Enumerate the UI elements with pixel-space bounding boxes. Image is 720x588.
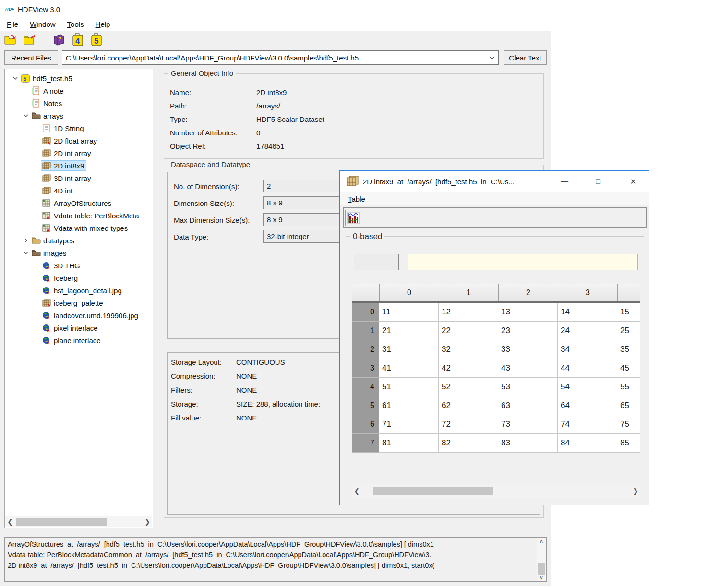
table-cell[interactable]: 51 [379, 378, 439, 396]
table-maximize-button[interactable]: □ [586, 171, 610, 192]
tree-item-11[interactable]: AVdata table: PerBlockMeta [5, 209, 153, 222]
table-cell[interactable]: 34 [558, 340, 617, 359]
table-cell[interactable]: 65 [617, 396, 640, 415]
tree-item-12[interactable]: AVdata with mixed types [5, 222, 153, 234]
tree-item-5[interactable]: A2D float array [5, 134, 153, 147]
tree-item-3[interactable]: arrays [5, 109, 153, 122]
table-cell[interactable]: 43 [498, 359, 558, 378]
scroll-down-icon[interactable]: ∨ [537, 575, 546, 581]
table-cell[interactable]: 74 [558, 415, 617, 434]
tree-item-0[interactable]: 5hdf5_test.h5 [5, 72, 153, 84]
table-cell[interactable]: 54 [558, 378, 617, 396]
tree-item-20[interactable]: Apixel interlace [5, 322, 153, 334]
table-cell[interactable]: 31 [379, 340, 439, 359]
table-cell[interactable]: 64 [558, 396, 617, 415]
scroll-right-icon[interactable]: ❯ [143, 518, 152, 526]
table-hscroll-thumb[interactable] [373, 487, 493, 495]
clear-text-button[interactable]: Clear Text [504, 50, 547, 65]
row-header[interactable]: 6 [352, 415, 379, 434]
tree-item-9[interactable]: 4D int [5, 184, 153, 197]
column-header[interactable] [617, 284, 640, 301]
menu-tools[interactable]: Tools [65, 20, 86, 28]
tree-item-4[interactable]: 1D String [5, 122, 153, 134]
tree-item-10[interactable]: ArrayOfStructures [5, 197, 153, 209]
tree-item-16[interactable]: AIceberg [5, 272, 153, 284]
scroll-left-icon[interactable]: ❮ [5, 518, 15, 526]
close-file-button[interactable] [22, 32, 37, 48]
table-cell[interactable]: 73 [498, 415, 558, 434]
table-cell[interactable]: 42 [439, 359, 498, 378]
row-header[interactable]: 0 [352, 303, 379, 322]
menu-help[interactable]: Help [93, 20, 113, 28]
main-titlebar[interactable]: HDF HDFView 3.0 [0, 0, 551, 18]
table-cell[interactable]: 71 [379, 415, 439, 434]
table-cell[interactable]: 55 [617, 378, 640, 396]
table-cell[interactable]: 84 [558, 434, 617, 453]
status-log[interactable]: ArrayOfStructures at /arrays/ [hdf5_test… [4, 537, 547, 582]
table-cell[interactable]: 41 [379, 359, 439, 378]
table-cell[interactable]: 15 [617, 303, 640, 322]
column-header[interactable]: 2 [498, 284, 558, 301]
row-header[interactable]: 1 [352, 322, 379, 340]
table-cell[interactable]: 25 [617, 322, 640, 340]
tree-item-14[interactable]: images [5, 247, 153, 259]
tree-hscroll-thumb[interactable] [16, 518, 107, 526]
row-header[interactable]: 4 [352, 378, 379, 396]
table-cell[interactable]: 75 [617, 415, 640, 434]
chevron-right-icon[interactable] [21, 236, 31, 245]
table-cell[interactable]: 33 [498, 340, 558, 359]
cell-reference-field[interactable] [354, 254, 399, 270]
row-header[interactable]: 2 [352, 340, 379, 359]
menu-file[interactable]: File [4, 20, 21, 28]
table-cell[interactable]: 85 [617, 434, 640, 453]
tree-item-13[interactable]: datatypes [5, 234, 153, 247]
tree-item-8[interactable]: 3D int array [5, 172, 153, 184]
help-book-button[interactable]: ? [51, 32, 67, 48]
table-cell[interactable]: 13 [498, 303, 558, 322]
table-close-button[interactable]: ✕ [621, 171, 645, 192]
table-hscrollbar[interactable]: ❮ ❯ [352, 484, 640, 498]
table-cell[interactable]: 11 [379, 303, 439, 322]
hdf4-button[interactable]: 4 [70, 32, 85, 48]
table-cell[interactable]: 83 [498, 434, 558, 453]
row-header[interactable]: 3 [352, 359, 379, 378]
column-header[interactable]: 0 [379, 284, 439, 301]
hdf5-button[interactable]: 5 [89, 32, 104, 48]
file-path-combobox[interactable]: C:\Users\lori.cooper\AppData\Local\Apps\… [62, 50, 499, 65]
tree-item-19[interactable]: Alandcover.umd.199906.jpg [5, 309, 153, 322]
table-cell[interactable]: 23 [498, 322, 558, 340]
row-header[interactable]: 5 [352, 396, 379, 415]
table-cell[interactable]: 52 [439, 378, 498, 396]
log-vscroll-thumb[interactable] [538, 563, 545, 575]
tree-item-17[interactable]: Ahst_lagoon_detail.jpg [5, 284, 153, 297]
open-file-button[interactable] [3, 32, 19, 48]
table-cell[interactable]: 62 [439, 396, 498, 415]
log-vscrollbar[interactable]: ∧ ∨ [537, 538, 546, 581]
table-cell[interactable]: 14 [558, 303, 617, 322]
chevron-down-icon[interactable] [489, 55, 495, 61]
tree-item-7[interactable]: 2D int8x9 [5, 159, 153, 172]
table-minimize-button[interactable]: — [552, 171, 576, 192]
table-cell[interactable]: 12 [439, 303, 498, 322]
tree-item-2[interactable]: Notes [5, 97, 153, 109]
table-cell[interactable]: 35 [617, 340, 640, 359]
table-cell[interactable]: 24 [558, 322, 617, 340]
menu-window[interactable]: Window [27, 20, 58, 28]
chevron-down-icon[interactable] [21, 111, 31, 120]
table-cell[interactable]: 32 [439, 340, 498, 359]
table-cell[interactable]: 61 [379, 396, 439, 415]
open-chart-button[interactable] [345, 210, 361, 226]
chevron-down-icon[interactable] [21, 249, 31, 257]
cell-value-field[interactable] [408, 254, 638, 270]
table-cell[interactable]: 53 [498, 378, 558, 396]
tree-hscrollbar[interactable]: ❮ ❯ [5, 516, 152, 527]
table-cell[interactable]: 21 [379, 322, 439, 340]
tree-item-1[interactable]: A note [5, 84, 153, 97]
scroll-left-icon[interactable]: ❮ [352, 487, 361, 495]
table-cell[interactable]: 45 [617, 359, 640, 378]
row-header[interactable]: 7 [352, 434, 379, 453]
table-cell[interactable]: 22 [439, 322, 498, 340]
tree-item-18[interactable]: Aiceberg_palette [5, 297, 153, 309]
table-cell[interactable]: 82 [439, 434, 498, 453]
column-header[interactable]: 3 [558, 284, 617, 301]
